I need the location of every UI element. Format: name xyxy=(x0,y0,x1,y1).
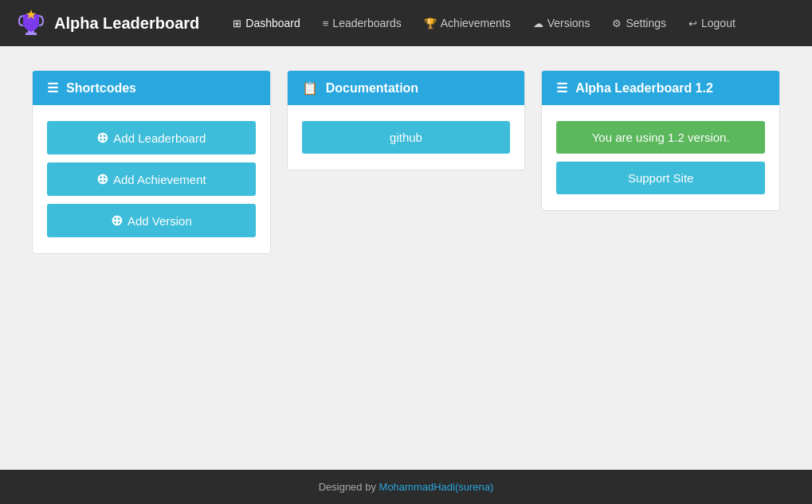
settings-icon: ⚙ xyxy=(612,18,622,29)
documentation-body: github xyxy=(288,105,525,170)
shortcodes-title: Shortcodes xyxy=(66,81,136,96)
nav-dashboard-label: Dashboard xyxy=(245,17,300,29)
navbar: Alpha Leaderboard ⊞ Dashboard ≡ Leaderbo… xyxy=(0,0,812,46)
version-header: ☰ Alpha Leaderboard 1.2 xyxy=(542,71,779,105)
add-leaderboard-button[interactable]: ⊕ Add Leaderboard xyxy=(47,121,256,154)
version-status-label: You are using 1.2 version. xyxy=(592,131,730,144)
documentation-header: 📋 Documentation xyxy=(288,71,525,105)
plus-icon-2: ⊕ xyxy=(96,172,108,186)
github-label: github xyxy=(390,131,422,144)
add-achievement-label: Add Achievement xyxy=(113,173,206,186)
documentation-header-icon: 📋 xyxy=(302,80,318,96)
version-card: ☰ Alpha Leaderboard 1.2 You are using 1.… xyxy=(541,70,780,211)
add-version-label: Add Version xyxy=(127,214,192,228)
footer-text: Designed by xyxy=(319,481,379,493)
nav-leaderboards-label: Leaderboards xyxy=(332,17,401,29)
support-site-button[interactable]: Support Site xyxy=(556,162,765,194)
shortcodes-card: ☰ Shortcodes ⊕ Add Leaderboard ⊕ Add Ach… xyxy=(32,70,271,254)
documentation-card: 📋 Documentation github xyxy=(287,70,526,170)
add-leaderboard-label: Add Leaderboard xyxy=(113,131,206,145)
footer: Designed by MohammadHadi(surena) xyxy=(0,470,812,504)
shortcodes-body: ⊕ Add Leaderboard ⊕ Add Achievement ⊕ Ad… xyxy=(33,105,270,253)
version-status-button[interactable]: You are using 1.2 version. xyxy=(556,121,765,154)
main-content: ☰ Shortcodes ⊕ Add Leaderboard ⊕ Add Ach… xyxy=(0,46,812,470)
plus-icon-1: ⊕ xyxy=(96,131,108,145)
shortcodes-header: ☰ Shortcodes xyxy=(33,71,270,105)
add-version-button[interactable]: ⊕ Add Version xyxy=(47,204,256,237)
achievements-icon: 🏆 xyxy=(424,18,437,29)
logout-icon: ↩ xyxy=(688,18,697,29)
nav-item-versions[interactable]: ☁ Versions xyxy=(524,12,600,34)
nav-logout-label: Logout xyxy=(701,17,736,29)
nav-item-leaderboards[interactable]: ≡ Leaderboards xyxy=(313,12,411,34)
plus-icon-3: ⊕ xyxy=(111,213,123,228)
support-site-label: Support Site xyxy=(628,171,694,185)
documentation-title: Documentation xyxy=(326,81,418,96)
nav-item-achievements[interactable]: 🏆 Achievements xyxy=(414,12,520,34)
nav-item-logout[interactable]: ↩ Logout xyxy=(679,12,745,34)
nav-versions-label: Versions xyxy=(547,17,590,29)
dashboard-icon: ⊞ xyxy=(233,18,241,29)
version-title: Alpha Leaderboard 1.2 xyxy=(575,81,713,96)
nav-links: ⊞ Dashboard ≡ Leaderboards 🏆 Achievement… xyxy=(223,12,745,34)
nav-item-dashboard[interactable]: ⊞ Dashboard xyxy=(223,12,310,34)
nav-item-settings[interactable]: ⚙ Settings xyxy=(602,12,676,34)
footer-author: MohammadHadi(surena) xyxy=(379,481,494,493)
shortcodes-header-icon: ☰ xyxy=(47,80,58,96)
brand-logo[interactable]: Alpha Leaderboard xyxy=(16,8,199,38)
trophy-icon xyxy=(16,8,46,38)
nav-achievements-label: Achievements xyxy=(441,17,511,29)
version-body: You are using 1.2 version. Support Site xyxy=(542,105,779,210)
svg-rect-1 xyxy=(25,33,37,35)
github-button[interactable]: github xyxy=(302,121,511,154)
add-achievement-button[interactable]: ⊕ Add Achievement xyxy=(47,162,256,196)
cards-row: ☰ Shortcodes ⊕ Add Leaderboard ⊕ Add Ach… xyxy=(32,70,780,254)
nav-settings-label: Settings xyxy=(626,17,666,29)
leaderboards-icon: ≡ xyxy=(323,18,329,29)
footer-author-link[interactable]: MohammadHadi(surena) xyxy=(379,481,494,493)
brand-name: Alpha Leaderboard xyxy=(54,14,199,33)
versions-icon: ☁ xyxy=(533,18,543,29)
version-header-icon: ☰ xyxy=(556,80,567,96)
